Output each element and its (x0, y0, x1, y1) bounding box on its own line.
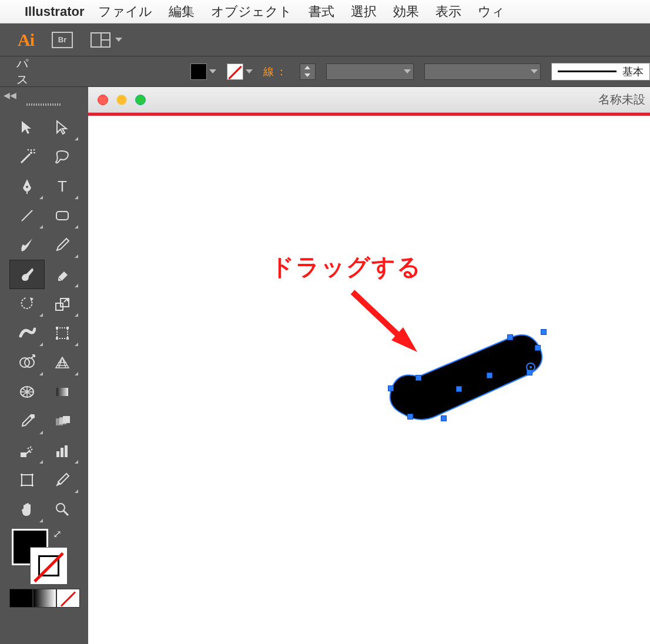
swap-fill-stroke-icon[interactable]: ⤢ (53, 528, 62, 541)
color-mode-solid[interactable] (9, 589, 33, 608)
document-window: 名称未設 ドラッグする (88, 87, 650, 644)
svg-point-29 (56, 504, 65, 512)
close-window-button[interactable] (98, 95, 108, 105)
stroke-weight-dropdown[interactable] (326, 63, 413, 80)
anchor-point[interactable] (487, 373, 492, 378)
svg-rect-12 (56, 327, 58, 329)
fill-stroke-control[interactable]: ⤢ (0, 524, 88, 589)
brush-cursor-icon (526, 363, 535, 372)
menu-effect[interactable]: 効果 (393, 3, 419, 21)
color-mode-row (0, 589, 88, 608)
illustrator-logo: Ai (18, 30, 34, 50)
control-bar: パス 線： 基本 (0, 56, 650, 87)
svg-rect-25 (56, 451, 59, 457)
selection-tool[interactable] (9, 113, 45, 142)
anchor-point[interactable] (456, 386, 462, 392)
direct-selection-tool[interactable] (45, 113, 80, 142)
menu-view[interactable]: 表示 (435, 3, 461, 21)
svg-rect-24 (21, 452, 26, 457)
annotation-text: ドラッグする (270, 251, 422, 283)
rotate-tool[interactable] (9, 289, 45, 318)
artboard-tool[interactable] (9, 465, 45, 495)
svg-rect-13 (66, 327, 69, 329)
panel-grip[interactable] (0, 103, 88, 109)
brush-label: 基本 (622, 65, 644, 79)
menu-window[interactable]: ウィ (478, 3, 505, 21)
free-transform-tool[interactable] (45, 318, 80, 348)
shape-builder-tool[interactable] (9, 348, 45, 377)
svg-rect-14 (56, 337, 58, 340)
brush-definition-dropdown[interactable]: 基本 (551, 63, 650, 80)
type-tool[interactable]: T (45, 172, 80, 201)
svg-point-4 (26, 186, 28, 188)
svg-rect-27 (65, 445, 68, 457)
color-mode-gradient[interactable] (33, 589, 56, 608)
anchor-point[interactable] (507, 334, 513, 340)
symbol-sprayer-tool[interactable] (9, 436, 45, 465)
app-name[interactable]: Illustrator (25, 4, 84, 19)
svg-rect-11 (57, 328, 68, 338)
zoom-tool[interactable] (45, 495, 80, 524)
tools-panel: ◀◀ T (0, 87, 88, 644)
svg-line-7 (22, 210, 32, 221)
hand-tool[interactable] (9, 495, 45, 524)
window-titlebar[interactable]: 名称未設 (88, 87, 650, 113)
macos-menubar: Illustrator ファイル 編集 オブジェクト 書式 選択 効果 表示 ウ… (0, 0, 650, 24)
anchor-point[interactable] (407, 414, 413, 420)
stroke-label: 線： (263, 65, 289, 79)
width-tool[interactable] (9, 318, 45, 348)
workspace-layout-button[interactable] (91, 32, 122, 48)
menu-type[interactable]: 書式 (309, 3, 334, 21)
pen-tool[interactable] (9, 172, 45, 201)
minimize-window-button[interactable] (116, 95, 127, 105)
menu-file[interactable]: ファイル (98, 3, 152, 21)
stroke-weight-stepper[interactable] (300, 63, 316, 80)
svg-rect-26 (61, 448, 63, 457)
paintbrush-tool[interactable] (9, 230, 45, 260)
eyedropper-tool[interactable] (9, 407, 45, 436)
lasso-tool[interactable] (45, 142, 80, 172)
stroke-color-box[interactable] (31, 548, 67, 584)
anchor-point[interactable] (416, 375, 421, 381)
svg-rect-23 (63, 416, 70, 423)
line-tool[interactable] (9, 201, 45, 230)
pencil-tool[interactable] (45, 230, 80, 260)
artboard-canvas[interactable]: ドラッグする (88, 116, 650, 644)
perspective-grid-tool[interactable] (45, 348, 80, 377)
tools-collapse-button[interactable]: ◀◀ (0, 87, 88, 103)
mesh-tool[interactable] (9, 377, 45, 407)
stroke-swatch[interactable] (227, 63, 253, 80)
rectangle-tool[interactable] (45, 201, 80, 230)
document-title: 名称未設 (598, 92, 645, 108)
gradient-tool[interactable] (45, 377, 80, 407)
column-graph-tool[interactable] (45, 436, 80, 465)
zoom-window-button[interactable] (135, 95, 146, 105)
bridge-button[interactable]: Br (52, 32, 73, 48)
menu-object[interactable]: オブジェクト (211, 3, 292, 21)
blob-brush-tool[interactable] (9, 260, 45, 289)
variable-width-profile-dropdown[interactable] (424, 63, 541, 80)
menu-select[interactable]: 選択 (351, 3, 377, 21)
anchor-point[interactable] (441, 415, 447, 421)
color-mode-none[interactable] (56, 589, 80, 608)
anchor-point[interactable] (388, 385, 394, 391)
slice-tool[interactable] (45, 465, 80, 495)
eraser-tool[interactable] (45, 260, 80, 289)
chevron-down-icon (246, 69, 253, 73)
blend-tool[interactable] (45, 407, 80, 436)
svg-rect-19 (56, 388, 68, 396)
app-topbar: Ai Br (0, 24, 650, 56)
magic-wand-tool[interactable] (9, 142, 45, 172)
svg-rect-28 (22, 475, 32, 485)
svg-line-30 (63, 511, 68, 515)
fill-swatch[interactable] (190, 63, 216, 80)
chevron-down-icon (209, 69, 216, 73)
svg-rect-15 (66, 337, 69, 340)
svg-rect-8 (56, 212, 68, 220)
menu-edit[interactable]: 編集 (169, 3, 195, 21)
anchor-point[interactable] (535, 345, 541, 351)
svg-point-3 (30, 152, 32, 154)
anchor-point[interactable] (541, 329, 547, 335)
drawn-path-object[interactable] (376, 323, 564, 440)
scale-tool[interactable] (45, 289, 80, 318)
